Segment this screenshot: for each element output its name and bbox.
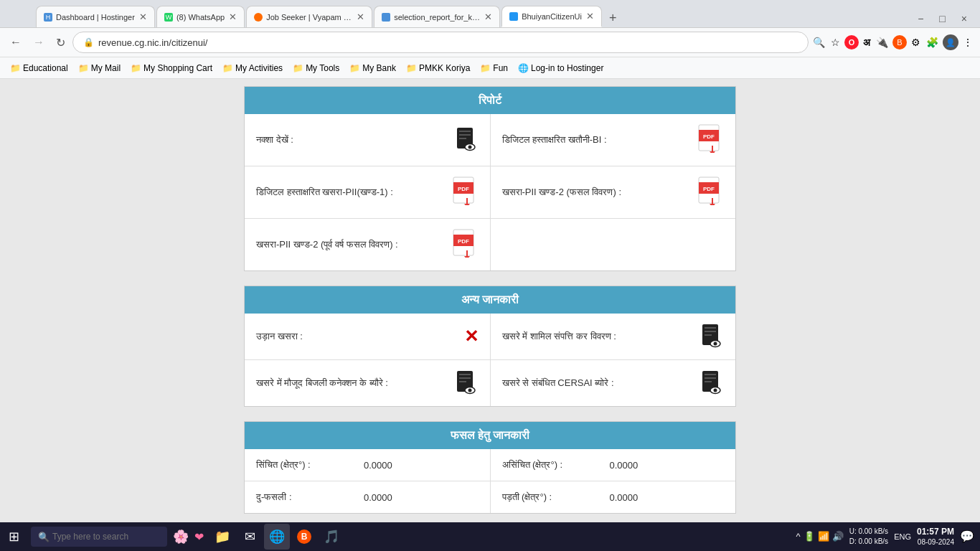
- tab-selection[interactable]: selection_report_for_khasral... ✕: [374, 6, 500, 27]
- other-info-section: अन्य जानकारी उड़ान खसरा : ✕ खसरे में शाम…: [244, 286, 736, 407]
- tab-close[interactable]: ✕: [586, 11, 594, 22]
- doc-eye-icon[interactable]: [456, 127, 479, 153]
- browser-chrome: H Dashboard | Hostinger ✕ W (8) WhatsApp…: [0, 0, 980, 79]
- windows-icon: ⊞: [9, 529, 19, 545]
- extension-icon2[interactable]: 🧩: [925, 35, 940, 50]
- tab-vyapam[interactable]: Job Seeker | Vyapam Questi... ✕: [246, 6, 372, 27]
- bookmark-activities[interactable]: 📁 My Activities: [218, 62, 287, 75]
- pdf-icon-khatauni[interactable]: PDF: [698, 124, 724, 156]
- bookmark-label: My Shopping Cart: [143, 63, 212, 73]
- x-red-icon[interactable]: ✕: [464, 326, 479, 347]
- folder-icon: 📁: [10, 63, 21, 73]
- close-button[interactable]: ×: [954, 13, 974, 24]
- search-input[interactable]: [52, 532, 160, 542]
- svg-rect-27: [705, 327, 716, 329]
- svg-point-37: [468, 389, 471, 392]
- start-button[interactable]: ⊞: [0, 522, 28, 551]
- mail-icon: ✉: [245, 529, 255, 545]
- svg-rect-40: [705, 377, 716, 379]
- chrome-icon[interactable]: ⚙: [910, 35, 922, 50]
- pdf-icon-khasra2[interactable]: PDF: [698, 176, 724, 208]
- new-tab-button[interactable]: +: [603, 11, 623, 26]
- svg-text:PDF: PDF: [458, 238, 469, 245]
- maximize-button[interactable]: □: [932, 13, 952, 24]
- doc-eye-icon-bijli[interactable]: [456, 370, 479, 396]
- svg-rect-3: [459, 138, 466, 139]
- taskbar-apps: 📁 ✉ 🌐 B 🎵: [209, 524, 344, 550]
- explorer-icon: 📁: [215, 529, 230, 545]
- url-text: revenue.cg.nic.in/citizenui/: [98, 37, 207, 48]
- tab-close[interactable]: ✕: [484, 11, 492, 22]
- bookmark-educational[interactable]: 📁 Educational: [6, 62, 72, 75]
- tab-close[interactable]: ✕: [139, 11, 147, 22]
- lock-icon: 🔒: [83, 37, 94, 47]
- brave-taskbar-icon: B: [297, 529, 311, 544]
- bookmark-label: My Tools: [306, 63, 339, 73]
- taskbar-heart[interactable]: ❤: [192, 530, 207, 544]
- search-icon[interactable]: 🔍: [811, 35, 826, 50]
- asinchit-value: 0.0000: [610, 460, 639, 471]
- bookmark-tools[interactable]: 📁 My Tools: [288, 62, 344, 75]
- opera-icon[interactable]: O: [844, 35, 859, 50]
- extension-icon1[interactable]: 🔌: [875, 35, 890, 50]
- back-button[interactable]: ←: [6, 34, 26, 50]
- tray-icon1: 🔋: [804, 531, 815, 542]
- brave-icon[interactable]: B: [892, 35, 907, 50]
- hindi-icon[interactable]: अ: [862, 35, 872, 50]
- bookmark-label: PMKK Koriya: [419, 63, 470, 73]
- pdf-icon-khasra1[interactable]: PDF: [453, 176, 479, 208]
- bookmark-mymail[interactable]: 📁 My Mail: [74, 62, 125, 75]
- report-cell-naksha: नक्शा देखें :: [245, 114, 491, 166]
- menu-icon[interactable]: ⋮: [961, 35, 974, 50]
- minimize-button[interactable]: −: [910, 13, 930, 24]
- profile-icon[interactable]: 👤: [943, 34, 958, 50]
- khasra-pii2-label: खसरा-PII खण्ड-2 (फसल विवरण) :: [502, 187, 622, 198]
- taskbar-browser[interactable]: 🌐: [264, 524, 290, 550]
- taskbar-brave[interactable]: B: [291, 524, 317, 550]
- tab-close[interactable]: ✕: [357, 11, 364, 22]
- bookmark-label: My Mail: [91, 63, 121, 73]
- bookmark-shopping[interactable]: 📁 My Shopping Cart: [126, 62, 217, 75]
- taskbar-explorer[interactable]: 📁: [209, 524, 235, 550]
- bookmark-hostinger[interactable]: 🌐 Log-in to Hostinger: [514, 62, 608, 75]
- sinchit-cell: सिंचित (क्षेत्र°) : 0.0000: [245, 449, 491, 481]
- taskbar-flower[interactable]: 🌸: [170, 529, 192, 545]
- taskbar-mail[interactable]: ✉: [237, 524, 263, 550]
- report-row-1: नक्शा देखें : डिजिटल हस्ताक्षरित ख: [245, 114, 735, 166]
- bookmark-bank[interactable]: 📁 My Bank: [345, 62, 400, 75]
- report-cell-prev-year: खसरा-PII खण्ड-2 (पूर्व वर्ष फसल विवरण) :…: [245, 219, 491, 270]
- language-indicator[interactable]: ENG: [894, 532, 911, 541]
- bookmark-pmkk[interactable]: 📁 PMKK Koriya: [402, 62, 474, 75]
- dufasli-value: 0.0000: [364, 492, 392, 503]
- tab-whatsapp[interactable]: W (8) WhatsApp ✕: [156, 6, 245, 27]
- star-icon[interactable]: ☆: [829, 35, 842, 50]
- taskbar-media[interactable]: 🎵: [319, 524, 344, 550]
- reload-button[interactable]: ↻: [52, 34, 70, 51]
- doc-eye-icon-sampatti[interactable]: [701, 324, 724, 349]
- bookmark-fun[interactable]: 📁 Fun: [476, 62, 512, 75]
- khatauni-label: डिजिटल हस्ताक्षरित खतौनी-BI :: [502, 134, 607, 146]
- svg-rect-35: [459, 381, 466, 382]
- svg-text:PDF: PDF: [458, 186, 469, 192]
- forward-button[interactable]: →: [29, 34, 49, 50]
- tray-up-arrow[interactable]: ^: [796, 531, 801, 542]
- tab-whatsapp-title: (8) WhatsApp: [176, 13, 225, 22]
- doc-eye-icon-cersai[interactable]: [701, 370, 724, 396]
- report-row-3: खसरा-PII खण्ड-2 (पूर्व वर्ष फसल विवरण) :…: [245, 219, 735, 270]
- tab-bar: H Dashboard | Hostinger ✕ W (8) WhatsApp…: [0, 0, 980, 27]
- tab-close[interactable]: ✕: [229, 11, 237, 22]
- svg-rect-41: [705, 381, 712, 382]
- other-row-1: उड़ान खसरा : ✕ खसरे में शामिल संपत्ति कर…: [245, 314, 735, 360]
- fasal-row-2: दु-फसली : 0.0000 पड़ती (क्षेत्र°) : 0.00…: [245, 481, 735, 513]
- tab-bhuiyan[interactable]: BhuiyanCitizenUi ✕: [501, 6, 602, 27]
- tab-dashboard[interactable]: H Dashboard | Hostinger ✕: [36, 6, 155, 27]
- media-icon: 🎵: [324, 529, 339, 545]
- pdf-icon-prev[interactable]: PDF: [453, 229, 479, 260]
- tab-selection-title: selection_report_for_khasral...: [394, 13, 480, 22]
- taskbar-search[interactable]: 🔍: [31, 527, 167, 547]
- bookmark-label: My Activities: [235, 63, 283, 73]
- bookmark-label: Fun: [493, 63, 508, 73]
- folder-icon: 📁: [131, 63, 141, 73]
- notifications-icon[interactable]: 💬: [960, 529, 974, 543]
- address-bar[interactable]: 🔒 revenue.cg.nic.in/citizenui/: [72, 32, 809, 53]
